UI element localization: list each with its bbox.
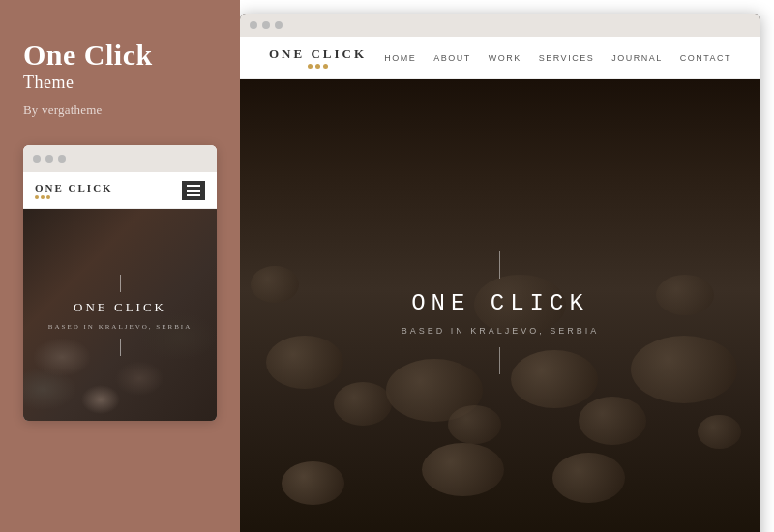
mobile-logo-dot-3 xyxy=(46,195,50,199)
desktop-window-bar xyxy=(240,14,760,37)
window-dot-3 xyxy=(58,155,66,163)
stone-6 xyxy=(579,397,646,445)
hero-subtitle: BASED IN KRALJEVO, SERBIA xyxy=(402,326,600,336)
desktop-logo-dot-1 xyxy=(308,64,313,69)
mobile-hero: ONE CLICK BASED IN KRALJEVO, SERBIA xyxy=(23,209,217,421)
mobile-nav: ONE CLICK xyxy=(23,172,217,209)
desktop-nav-links: HOME ABOUT WORK SERVICES JOURNAL CONTACT xyxy=(384,53,731,63)
hero-line-bottom xyxy=(499,347,500,374)
theme-title: One Click xyxy=(23,39,217,71)
hero-title: ONE CLICK xyxy=(411,290,589,316)
theme-author: By vergatheme xyxy=(23,103,217,118)
desktop-dot-2 xyxy=(262,21,270,29)
mobile-hero-line-bottom xyxy=(120,339,121,356)
nav-link-services[interactable]: SERVICES xyxy=(539,53,594,63)
stone-9 xyxy=(282,461,344,505)
desktop-logo-dot-2 xyxy=(315,64,320,69)
hamburger-icon[interactable] xyxy=(182,181,205,200)
desktop-logo: ONE CLICK xyxy=(269,46,367,69)
mobile-hero-title: ONE CLICK xyxy=(74,300,166,315)
mobile-hero-line-top xyxy=(120,275,121,292)
stone-11 xyxy=(552,453,625,503)
nav-link-contact[interactable]: CONTACT xyxy=(680,53,731,63)
nav-link-work[interactable]: WORK xyxy=(489,53,521,63)
hero-content: ONE CLICK BASED IN KRALJEVO, SERBIA xyxy=(402,251,600,374)
mobile-logo-dots xyxy=(35,195,113,199)
stone-7 xyxy=(631,336,737,403)
desktop-logo-dot-3 xyxy=(323,64,328,69)
window-dot-2 xyxy=(45,155,53,163)
desktop-preview: ONE CLICK HOME ABOUT WORK SERVICES JOURN… xyxy=(240,14,760,532)
theme-subtitle: Theme xyxy=(23,73,217,93)
nav-link-journal[interactable]: JOURNAL xyxy=(611,53,663,63)
mobile-preview-card: ONE CLICK ONE CLICK BASED IN KRALJEVO, S… xyxy=(23,145,217,421)
nav-link-about[interactable]: ABOUT xyxy=(433,53,471,63)
mobile-window-bar xyxy=(23,145,217,172)
stone-8 xyxy=(698,415,741,449)
stone-2 xyxy=(334,382,392,426)
stone-10 xyxy=(422,443,504,496)
stone-1 xyxy=(266,336,343,389)
desktop-logo-text: ONE CLICK xyxy=(269,46,367,62)
hamburger-line-2 xyxy=(187,190,200,192)
desktop-dot-1 xyxy=(250,21,257,29)
nav-link-home[interactable]: HOME xyxy=(384,53,416,63)
desktop-dot-3 xyxy=(275,21,283,29)
stone-14 xyxy=(656,275,714,315)
mobile-logo: ONE CLICK xyxy=(35,182,113,199)
desktop-nav: ONE CLICK HOME ABOUT WORK SERVICES JOURN… xyxy=(240,37,760,79)
mobile-logo-dot-1 xyxy=(35,195,39,199)
mobile-hero-content: ONE CLICK BASED IN KRALJEVO, SERBIA xyxy=(48,275,192,356)
sidebar: One Click Theme By vergatheme ONE CLICK xyxy=(0,0,240,532)
hero-line-top xyxy=(499,251,500,279)
window-dot-1 xyxy=(33,155,41,163)
hamburger-line-3 xyxy=(187,194,200,196)
mobile-logo-dot-2 xyxy=(41,195,45,199)
desktop-hero: ONE CLICK BASED IN KRALJEVO, SERBIA xyxy=(240,79,760,532)
stone-12 xyxy=(251,266,299,303)
mobile-hero-subtitle: BASED IN KRALJEVO, SERBIA xyxy=(48,323,192,331)
hamburger-line-1 xyxy=(187,185,200,187)
desktop-logo-dots xyxy=(308,64,328,69)
stone-4 xyxy=(448,405,501,444)
